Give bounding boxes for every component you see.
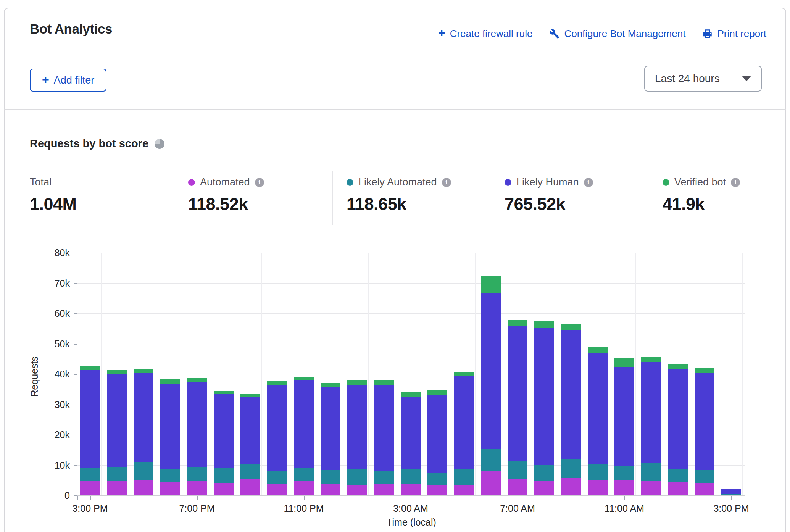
- bar-segment-likely-human[interactable]: [107, 374, 127, 467]
- bar-segment-automated[interactable]: [107, 481, 127, 495]
- bar-segment-automated[interactable]: [401, 484, 421, 495]
- bar-segment-automated[interactable]: [641, 481, 661, 495]
- bar-segment-automated[interactable]: [374, 484, 394, 495]
- bar-segment-likely-human[interactable]: [534, 328, 554, 465]
- bar-segment-automated[interactable]: [267, 484, 287, 495]
- bar-segment-likely-human[interactable]: [588, 353, 608, 464]
- bar-segment-likely-human[interactable]: [481, 293, 501, 449]
- bar-segment-verified-bot[interactable]: [240, 394, 260, 397]
- bar-segment-verified-bot[interactable]: [508, 320, 527, 325]
- bar-segment-likely-automated[interactable]: [214, 468, 234, 482]
- bar-segment-verified-bot[interactable]: [134, 369, 153, 373]
- bar-segment-likely-automated[interactable]: [294, 468, 314, 482]
- bar-segment-verified-bot[interactable]: [347, 380, 367, 385]
- bar-segment-likely-human[interactable]: [134, 373, 153, 462]
- bar-segment-likely-human[interactable]: [614, 367, 634, 466]
- bar-segment-likely-human[interactable]: [427, 395, 447, 473]
- bar-segment-verified-bot[interactable]: [561, 324, 581, 330]
- bar-segment-likely-human[interactable]: [695, 373, 714, 470]
- bar-segment-likely-automated[interactable]: [107, 467, 127, 481]
- bar-segment-automated[interactable]: [294, 481, 314, 495]
- bar-segment-automated[interactable]: [427, 485, 447, 495]
- bar-segment-automated[interactable]: [321, 484, 340, 495]
- bar-segment-likely-automated[interactable]: [240, 464, 260, 479]
- bar-segment-likely-automated[interactable]: [641, 463, 661, 481]
- bar-segment-likely-automated[interactable]: [134, 462, 153, 480]
- bar-segment-likely-human[interactable]: [401, 397, 421, 469]
- bar-segment-likely-human[interactable]: [240, 397, 260, 464]
- bar-segment-likely-automated[interactable]: [187, 467, 207, 481]
- bar-segment-verified-bot[interactable]: [187, 378, 207, 382]
- bar-segment-likely-automated[interactable]: [427, 473, 447, 485]
- bar-segment-likely-human[interactable]: [347, 385, 367, 469]
- bar-segment-verified-bot[interactable]: [668, 364, 688, 370]
- bar-segment-verified-bot[interactable]: [321, 383, 340, 387]
- bar-segment-automated[interactable]: [214, 483, 234, 495]
- bar-segment-likely-human[interactable]: [721, 489, 741, 494]
- bar-segment-likely-automated[interactable]: [668, 469, 688, 482]
- bar-segment-automated[interactable]: [347, 485, 367, 495]
- bar-segment-automated[interactable]: [668, 482, 688, 495]
- bar-segment-likely-automated[interactable]: [588, 464, 608, 480]
- bar-segment-likely-automated[interactable]: [374, 471, 394, 485]
- bar-segment-automated[interactable]: [160, 482, 180, 495]
- bar-segment-automated[interactable]: [588, 480, 608, 495]
- bar-segment-automated[interactable]: [187, 481, 207, 495]
- bar-segment-verified-bot[interactable]: [641, 357, 661, 362]
- bar-segment-likely-human[interactable]: [214, 394, 234, 468]
- bar-segment-verified-bot[interactable]: [534, 321, 554, 328]
- bar-segment-likely-human[interactable]: [508, 326, 527, 461]
- bar-segment-likely-automated[interactable]: [721, 494, 741, 495]
- bar-segment-verified-bot[interactable]: [427, 390, 447, 395]
- bar-segment-verified-bot[interactable]: [614, 358, 634, 367]
- bar-segment-verified-bot[interactable]: [267, 381, 287, 385]
- bar-segment-likely-human[interactable]: [641, 362, 661, 463]
- bar-segment-likely-human[interactable]: [454, 376, 474, 469]
- bar-segment-verified-bot[interactable]: [294, 377, 314, 380]
- bar-segment-automated[interactable]: [561, 478, 581, 495]
- bar-segment-likely-human[interactable]: [294, 380, 314, 468]
- bar-segment-likely-automated[interactable]: [267, 471, 287, 484]
- bar-segment-verified-bot[interactable]: [721, 489, 741, 489]
- bar-segment-verified-bot[interactable]: [401, 392, 421, 397]
- bar-segment-likely-human[interactable]: [267, 385, 287, 471]
- bar-segment-likely-human[interactable]: [160, 384, 180, 469]
- bar-segment-likely-human[interactable]: [561, 330, 581, 459]
- bar-segment-likely-automated[interactable]: [508, 461, 527, 479]
- bar-segment-automated[interactable]: [240, 479, 260, 495]
- bar-segment-automated[interactable]: [721, 495, 741, 495]
- bar-segment-likely-automated[interactable]: [160, 469, 180, 482]
- bar-segment-likely-automated[interactable]: [614, 466, 634, 480]
- bar-segment-verified-bot[interactable]: [588, 347, 608, 353]
- bar-segment-likely-automated[interactable]: [401, 469, 421, 485]
- bar-segment-likely-automated[interactable]: [347, 469, 367, 485]
- bar-segment-likely-automated[interactable]: [481, 449, 501, 470]
- bar-segment-verified-bot[interactable]: [454, 372, 474, 376]
- bar-segment-verified-bot[interactable]: [214, 391, 234, 394]
- bar-segment-likely-human[interactable]: [321, 387, 340, 470]
- bar-segment-verified-bot[interactable]: [481, 276, 501, 293]
- bar-segment-likely-automated[interactable]: [321, 470, 340, 484]
- bar-segment-verified-bot[interactable]: [80, 366, 100, 370]
- bar-segment-likely-automated[interactable]: [454, 469, 474, 485]
- bar-segment-likely-automated[interactable]: [695, 470, 714, 482]
- bar-segment-likely-automated[interactable]: [80, 468, 100, 482]
- bar-segment-verified-bot[interactable]: [107, 370, 127, 374]
- bar-segment-automated[interactable]: [80, 481, 100, 495]
- bar-segment-likely-human[interactable]: [668, 369, 688, 469]
- bar-segment-verified-bot[interactable]: [374, 380, 394, 385]
- bar-segment-automated[interactable]: [614, 480, 634, 495]
- bar-segment-likely-human[interactable]: [80, 370, 100, 468]
- bar-segment-likely-human[interactable]: [187, 382, 207, 467]
- bar-segment-likely-automated[interactable]: [534, 465, 554, 481]
- bar-segment-automated[interactable]: [534, 481, 554, 495]
- bar-segment-likely-automated[interactable]: [561, 459, 581, 478]
- bar-segment-automated[interactable]: [508, 479, 527, 495]
- bar-segment-likely-human[interactable]: [374, 385, 394, 471]
- bar-segment-automated[interactable]: [695, 483, 714, 495]
- bar-segment-automated[interactable]: [454, 485, 474, 495]
- bar-segment-verified-bot[interactable]: [160, 379, 180, 384]
- bar-segment-automated[interactable]: [481, 471, 501, 495]
- bar-segment-automated[interactable]: [134, 480, 153, 495]
- bar-segment-verified-bot[interactable]: [695, 368, 714, 373]
